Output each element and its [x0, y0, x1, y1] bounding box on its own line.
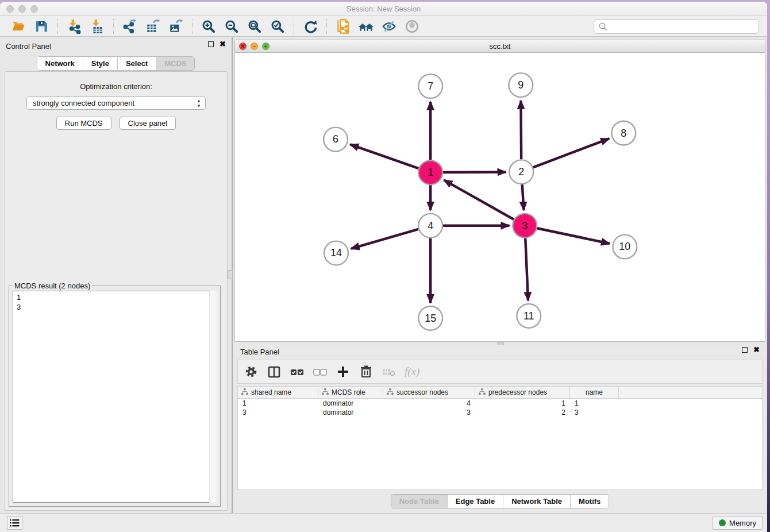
- toolbar-separator: [294, 19, 294, 34]
- cell-predecessor-nodes: 1: [475, 399, 570, 407]
- edge-3-1[interactable]: [444, 180, 514, 219]
- vertical-splitter-handle[interactable]: [228, 270, 233, 279]
- column-type-icon: [322, 388, 329, 397]
- window-titlebar: Session: New Session: [0, 2, 767, 16]
- table-panel-title: Table Panel: [240, 348, 279, 356]
- edge-2-8[interactable]: [533, 138, 609, 167]
- graph-node-label: 11: [523, 310, 534, 322]
- edge-1-6[interactable]: [350, 144, 418, 168]
- mcds-result-text[interactable]: 13: [13, 291, 217, 503]
- search-input[interactable]: [608, 21, 759, 32]
- network-canvas[interactable]: 7968124314101511: [235, 53, 765, 341]
- delete-column-icon[interactable]: [359, 364, 374, 379]
- export-network-icon[interactable]: [121, 18, 138, 34]
- import-table-icon[interactable]: [88, 18, 106, 34]
- table-row[interactable]: 1dominator411: [238, 399, 762, 408]
- column-type-icon: [479, 388, 486, 397]
- result-line: 3: [17, 302, 216, 312]
- criterion-dropdown[interactable]: strongly connected component ▲▼: [26, 97, 206, 110]
- zoom-out-icon[interactable]: [223, 18, 240, 34]
- result-scrollbar[interactable]: [209, 291, 217, 503]
- close-panel-icon[interactable]: ✖: [220, 41, 226, 47]
- table-settings-icon[interactable]: [244, 364, 259, 379]
- table-panel: Table Panel ✖: [234, 345, 765, 513]
- table-tab-node-table[interactable]: Node Table: [391, 495, 447, 508]
- apply-layout-icon[interactable]: [302, 18, 319, 34]
- hide-selected-icon[interactable]: [380, 18, 398, 34]
- close-window-button[interactable]: [6, 5, 14, 13]
- edge-1-2[interactable]: [443, 172, 506, 172]
- network-graph[interactable]: 7968124314101511: [235, 53, 765, 341]
- tab-network[interactable]: Network: [37, 57, 83, 70]
- graph-node-label: 14: [330, 247, 342, 259]
- export-image-icon[interactable]: [167, 18, 184, 34]
- table-tab-edge-table[interactable]: Edge Table: [447, 495, 503, 508]
- tab-mcds[interactable]: MCDS: [156, 57, 194, 70]
- cell-name: 3: [570, 408, 619, 417]
- table-tab-motifs[interactable]: Motifs: [570, 495, 609, 508]
- cell-name: 1: [570, 399, 619, 407]
- network-maximize-icon[interactable]: +: [262, 43, 270, 50]
- tab-style[interactable]: Style: [83, 57, 117, 70]
- mcds-result-title: MCDS result (2 nodes): [13, 282, 92, 290]
- edge-3-11[interactable]: [525, 238, 528, 300]
- column-header-predecessor-nodes[interactable]: predecessor nodes: [475, 387, 570, 398]
- memory-button[interactable]: Memory: [713, 516, 763, 530]
- window-title: Session: New Session: [0, 2, 767, 16]
- save-session-icon[interactable]: [33, 18, 50, 34]
- cell-MCDS-role: dominator: [318, 408, 383, 417]
- open-session-icon[interactable]: [10, 18, 27, 34]
- first-neighbors-icon[interactable]: [357, 18, 375, 34]
- network-close-icon[interactable]: ✕: [239, 43, 247, 50]
- column-header-shared-name[interactable]: shared name: [238, 387, 318, 398]
- memory-label: Memory: [729, 519, 756, 527]
- function-builder-icon: f(x): [405, 365, 419, 378]
- network-view-window: ✕ − + scc.txt 7968124314101511: [234, 40, 765, 342]
- zoom-fit-icon[interactable]: [246, 18, 263, 34]
- column-header-MCDS-role[interactable]: MCDS role: [318, 387, 383, 398]
- table-tabs: Node TableEdge TableNetwork TableMotifs: [234, 494, 765, 508]
- import-network-icon[interactable]: [66, 18, 83, 34]
- float-panel-icon[interactable]: [208, 41, 214, 47]
- network-window-titlebar: ✕ − + scc.txt: [235, 40, 765, 53]
- zoom-selected-icon[interactable]: [269, 18, 286, 34]
- column-header-successor-nodes[interactable]: successor nodes: [383, 387, 475, 398]
- deselect-all-icon[interactable]: [313, 364, 328, 379]
- zoom-in-icon[interactable]: [200, 18, 217, 34]
- tab-select[interactable]: Select: [117, 57, 156, 70]
- export-table-icon[interactable]: [144, 18, 161, 34]
- edge-3-10[interactable]: [537, 228, 610, 244]
- run-mcds-button[interactable]: Run MCDS: [56, 117, 111, 130]
- control-panel-title: Control Panel: [6, 42, 51, 51]
- edge-4-14[interactable]: [351, 229, 418, 249]
- minimize-window-button[interactable]: [18, 5, 26, 13]
- close-table-panel-icon[interactable]: ✖: [753, 347, 760, 353]
- network-minimize-icon[interactable]: −: [251, 43, 258, 50]
- edge-2-9[interactable]: [521, 101, 521, 159]
- close-panel-button[interactable]: Close panel: [120, 117, 176, 130]
- graph-node-label: 8: [621, 128, 626, 139]
- node-table[interactable]: shared nameMCDS rolesuccessor nodesprede…: [237, 386, 763, 490]
- float-table-panel-icon[interactable]: [742, 347, 748, 353]
- table-toolbar: f(x): [237, 360, 763, 384]
- column-header-name[interactable]: name: [570, 387, 619, 398]
- clone-network-icon[interactable]: [334, 18, 352, 34]
- edge-2-3[interactable]: [522, 184, 524, 210]
- graph-node-label: 1: [428, 167, 433, 178]
- select-all-icon[interactable]: [290, 364, 305, 379]
- mcds-panel: Optimization criterion: strongly connect…: [5, 71, 228, 511]
- right-area: ✕ − + scc.txt 7968124314101511 Table Pan…: [233, 37, 767, 513]
- network-title: scc.txt: [235, 40, 765, 52]
- mcds-result-group: MCDS result (2 nodes) 13: [9, 286, 221, 507]
- table-row[interactable]: 3dominator323: [238, 408, 762, 417]
- criterion-value: strongly connected component: [33, 99, 134, 107]
- split-view-icon[interactable]: [267, 364, 282, 379]
- search-field[interactable]: [594, 19, 759, 34]
- add-column-icon[interactable]: [336, 364, 351, 379]
- list-icon: [10, 519, 20, 527]
- maximize-window-button[interactable]: [30, 5, 38, 13]
- task-history-button[interactable]: [7, 516, 22, 530]
- main-toolbar: [0, 16, 767, 37]
- control-panel-tabs: NetworkStyleSelectMCDS: [0, 56, 232, 71]
- table-tab-network-table[interactable]: Network Table: [503, 495, 570, 508]
